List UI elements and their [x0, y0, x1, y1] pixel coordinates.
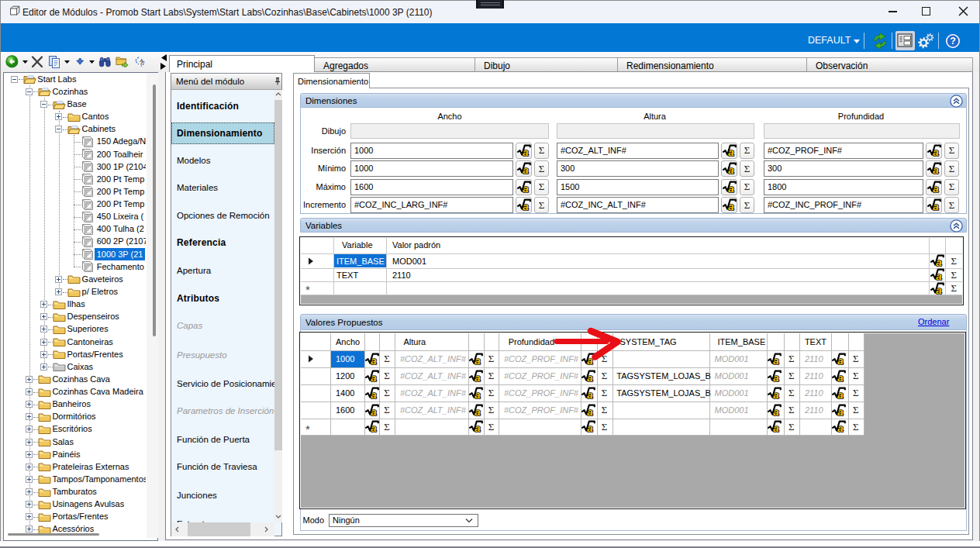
svg-text:a: a — [587, 406, 593, 417]
svg-text:a: a — [523, 146, 529, 157]
svg-text:a: a — [933, 183, 939, 194]
svg-text:a: a — [728, 146, 734, 157]
svg-text:a: a — [371, 355, 377, 366]
svg-text:a: a — [936, 284, 942, 295]
svg-text:a: a — [837, 372, 844, 383]
svg-text:a: a — [837, 355, 844, 366]
svg-text:a: a — [587, 372, 593, 383]
svg-text:a: a — [773, 422, 779, 433]
svg-text:a: a — [474, 372, 481, 383]
svg-text:a: a — [474, 355, 481, 366]
svg-text:a: a — [837, 406, 844, 417]
svg-text:a: a — [773, 406, 779, 417]
svg-text:a: a — [474, 422, 481, 433]
svg-text:a: a — [523, 183, 529, 194]
svg-text:a: a — [371, 389, 377, 400]
svg-text:a: a — [371, 422, 377, 433]
svg-text:a: a — [773, 372, 779, 383]
svg-text:a: a — [728, 201, 734, 212]
svg-text:a: a — [837, 422, 844, 433]
svg-text:a: a — [523, 201, 529, 212]
svg-text:a: a — [933, 146, 939, 157]
svg-text:a: a — [728, 164, 734, 175]
svg-text:a: a — [474, 389, 481, 400]
svg-text:a: a — [936, 271, 942, 282]
svg-text:?: ? — [950, 36, 956, 47]
svg-text:a: a — [837, 389, 844, 400]
svg-text:a: a — [371, 372, 377, 383]
svg-text:a: a — [933, 164, 939, 175]
svg-text:a: a — [587, 422, 593, 433]
svg-text:a: a — [936, 257, 942, 267]
svg-text:a: a — [523, 164, 529, 175]
svg-text:?: ? — [140, 58, 143, 66]
svg-text:a: a — [728, 183, 734, 194]
svg-text:a: a — [587, 389, 593, 400]
svg-text:a: a — [474, 406, 481, 417]
svg-text:a: a — [371, 406, 377, 417]
svg-text:a: a — [933, 201, 939, 212]
svg-text:a: a — [773, 389, 779, 400]
